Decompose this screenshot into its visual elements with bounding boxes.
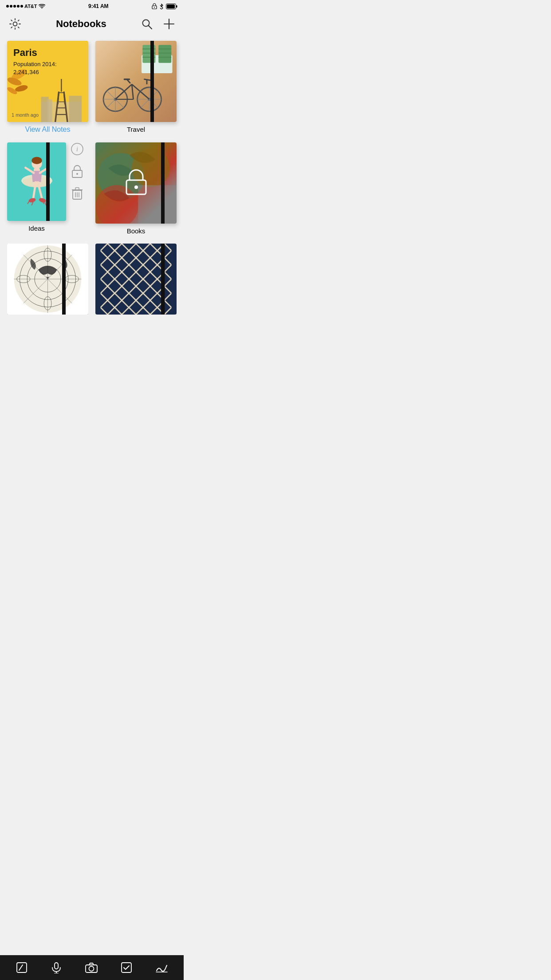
svg-point-62 [28, 197, 36, 203]
travel-label: Travel [127, 126, 145, 133]
svg-rect-74 [75, 188, 79, 190]
lock-icon [72, 165, 83, 178]
notebook-cell-travel[interactable]: Travel [95, 41, 177, 134]
search-button[interactable] [139, 16, 154, 31]
signal-dot [13, 5, 16, 8]
ideas-label: Ideas [7, 224, 66, 232]
paris-cover: Paris Population 2014: 2,241,346 [7, 41, 88, 122]
svg-point-5 [13, 22, 17, 26]
geometric-pattern [95, 244, 177, 315]
mandala-cover [7, 244, 88, 315]
svg-line-58 [25, 168, 34, 173]
notebook-cell-ideas[interactable]: Ideas i [7, 142, 88, 235]
svg-text:i: i [76, 146, 78, 153]
gear-icon [9, 18, 21, 30]
mandala-pattern [7, 244, 88, 315]
svg-point-1 [154, 7, 155, 8]
lock-button[interactable] [72, 165, 83, 178]
svg-rect-4 [176, 5, 177, 8]
svg-line-45 [132, 84, 149, 99]
all-notes-label: View All Notes [25, 126, 71, 134]
notebook-cell-6[interactable] [95, 244, 177, 315]
ideas-cover-wrap: Ideas [7, 142, 66, 232]
delete-button[interactable] [72, 187, 83, 200]
search-icon [141, 18, 153, 30]
signal-dot [17, 5, 20, 8]
lock-status-icon [152, 3, 157, 9]
settings-button[interactable] [7, 16, 23, 32]
svg-point-63 [38, 197, 46, 203]
svg-rect-16 [47, 99, 52, 122]
books-band [161, 142, 165, 224]
svg-rect-25 [159, 45, 172, 63]
paris-timestamp: 1 month ago [12, 112, 39, 118]
svg-line-7 [149, 26, 152, 29]
svg-rect-3 [167, 4, 175, 8]
travel-band [150, 41, 154, 122]
trash-icon [72, 187, 83, 200]
status-bar: AT&T 9:41 AM [0, 0, 184, 12]
books-cover [95, 142, 177, 224]
ideas-actions: i [66, 142, 88, 200]
paris-text: Paris Population 2014: 2,241,346 [13, 47, 57, 76]
travel-cover [95, 41, 177, 122]
page-title: Notebooks [56, 18, 106, 30]
signal-dot [20, 5, 23, 8]
notebook-cell-books[interactable]: Books [95, 142, 177, 235]
svg-point-12 [14, 84, 28, 93]
ballet-dancer [16, 150, 57, 221]
plus-icon [163, 18, 175, 30]
status-right [152, 3, 177, 9]
books-label: Books [127, 227, 146, 235]
svg-point-57 [34, 157, 40, 161]
svg-rect-99 [161, 244, 165, 315]
notebook-cell-all-notes[interactable]: Paris Population 2014: 2,241,346 [7, 41, 88, 134]
paris-title: Paris [13, 47, 57, 59]
svg-line-51 [144, 79, 150, 80]
notebook-cell-5[interactable] [7, 244, 88, 315]
info-icon: i [71, 142, 84, 156]
carrier-label: AT&T [24, 4, 37, 9]
travel-bicycle [99, 69, 164, 114]
notebooks-grid: Paris Population 2014: 2,241,346 [0, 37, 184, 322]
paris-population: Population 2014: 2,241,346 [13, 60, 57, 76]
header-left [7, 16, 23, 32]
svg-line-46 [132, 84, 133, 99]
wifi-icon [39, 4, 45, 9]
status-time: 9:41 AM [88, 3, 109, 9]
add-button[interactable] [161, 16, 177, 31]
bluetooth-icon [159, 3, 164, 9]
app-header: Notebooks [0, 12, 184, 37]
svg-line-44 [115, 84, 132, 99]
svg-point-83 [134, 185, 138, 189]
svg-point-71 [76, 173, 78, 175]
ideas-band [46, 142, 50, 221]
status-left: AT&T [6, 4, 45, 9]
signal-dot [10, 5, 12, 8]
svg-rect-17 [69, 96, 82, 122]
ideas-cover [7, 142, 66, 221]
signal-dot [6, 5, 9, 8]
battery-icon [166, 4, 177, 9]
books-lock-svg [125, 169, 147, 196]
geometric-cover [95, 244, 177, 315]
mandala-band [62, 244, 66, 315]
svg-rect-98 [101, 244, 172, 315]
books-lock-icon [125, 169, 147, 197]
info-button[interactable]: i [71, 142, 84, 156]
signal-dots [6, 5, 23, 8]
header-right [139, 16, 177, 31]
